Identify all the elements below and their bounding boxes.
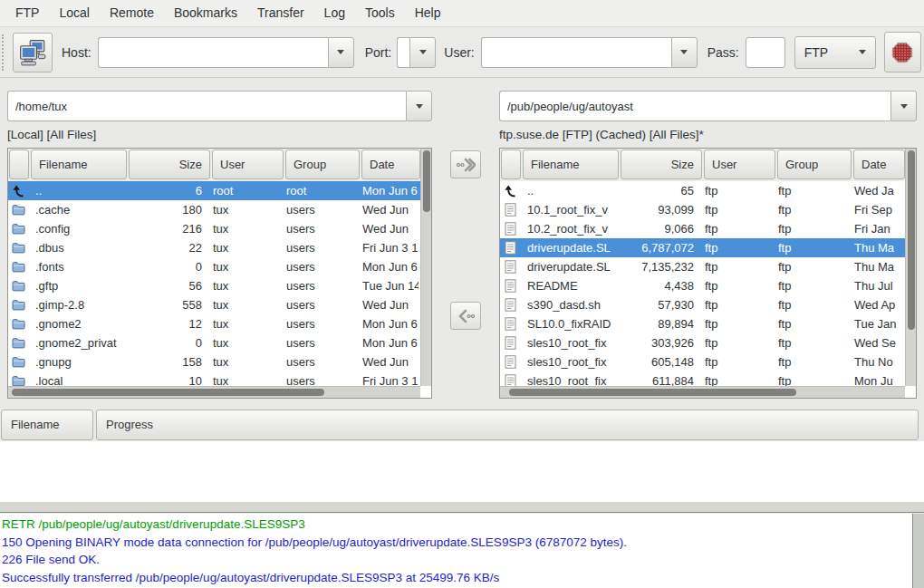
menu-item-remote[interactable]: Remote (100, 0, 164, 26)
local-sort-column-header[interactable] (9, 149, 29, 179)
remote-column-header-group[interactable]: Group (777, 149, 852, 179)
local-column-headers: Filename Size User Group Date (8, 149, 420, 181)
port-input[interactable] (397, 37, 409, 68)
file-date: Mon Jun 6 (361, 333, 419, 352)
table-row[interactable]: sles10_root_fix 303,926 ftp ftp Wed Se (500, 333, 905, 352)
table-row[interactable]: .gnome2 12 tux users Mon Jun 6 (8, 314, 420, 333)
remote-column-header-user[interactable]: User (704, 149, 775, 179)
table-row[interactable]: .dbus 22 tux users Fri Jun 3 1 (8, 238, 420, 257)
log-scrollbar[interactable] (912, 514, 924, 588)
chevron-down-icon (859, 50, 866, 54)
queue-column-header-progress[interactable]: Progress (96, 410, 919, 440)
table-row[interactable]: README 4,438 ftp ftp Thu Jul (500, 276, 905, 295)
file-size: 89,894 (620, 314, 701, 333)
toolbar-grip-handle[interactable] (2, 34, 5, 71)
local-vertical-scrollbar[interactable] (420, 149, 431, 386)
menu-item-log[interactable]: Log (314, 0, 355, 26)
scrollbar-thumb[interactable] (908, 150, 915, 330)
remote-path-dropdown-button[interactable] (890, 91, 917, 121)
remote-sort-column-header[interactable] (501, 149, 521, 179)
menu-item-local[interactable]: Local (49, 0, 99, 26)
table-row[interactable]: .fonts 0 tux users Mon Jun 6 (8, 257, 420, 276)
table-row[interactable]: .gnome2_privat 0 tux users Mon Jun 6 (8, 333, 420, 352)
pass-input[interactable] (746, 37, 785, 68)
user-dropdown-button[interactable] (671, 37, 698, 68)
scrollbar-thumb[interactable] (509, 389, 796, 396)
protocol-select[interactable]: FTP (794, 36, 876, 69)
connect-button[interactable] (13, 33, 53, 72)
folder-icon (12, 375, 25, 386)
file-date: Fri Jun 3 1 (361, 238, 419, 257)
file-group: users (284, 295, 359, 314)
local-horizontal-scrollbar[interactable] (8, 386, 420, 398)
local-column-header-date[interactable]: Date (361, 149, 420, 179)
remote-column-header-date[interactable]: Date (853, 149, 905, 179)
transfer-to-local-button[interactable] (450, 302, 481, 330)
menu-item-ftp[interactable]: FTP (5, 0, 49, 26)
stop-button[interactable] (884, 32, 921, 72)
file-name: 10.2_root_fix_v (522, 219, 618, 238)
file-size: 22 (128, 238, 209, 257)
table-row[interactable]: .local 10 tux users Fri Jun 3 1 (8, 371, 420, 386)
table-row[interactable]: .. 6 root root Mon Jun 6 (8, 181, 420, 200)
transfer-queue-list[interactable] (0, 441, 924, 502)
table-row[interactable]: 10.2_root_fix_v 9,066 ftp ftp Fri Jan (500, 219, 905, 238)
file-name: .gimp-2.8 (30, 295, 126, 314)
file-icon (505, 374, 516, 386)
local-column-header-size[interactable]: Size (129, 149, 210, 179)
local-column-header-filename[interactable]: Filename (31, 149, 127, 179)
table-row[interactable]: .gimp-2.8 558 tux users Wed Jun (8, 295, 420, 314)
table-row[interactable]: .cache 180 tux users Wed Jun (8, 200, 420, 219)
host-dropdown-button[interactable] (328, 37, 354, 68)
table-row[interactable]: SL10.0_fixRAID 89,894 ftp ftp Tue Jan (500, 314, 905, 333)
menu-bar: FTP Local Remote Bookmarks Transfer Log … (0, 0, 924, 27)
table-row[interactable]: driverupdate.SL 7,135,232 ftp ftp Thu Ma (500, 257, 905, 276)
file-group: users (284, 257, 359, 276)
protocol-value: FTP (804, 45, 828, 60)
scrollbar-thumb[interactable] (12, 389, 324, 396)
user-input[interactable] (481, 37, 671, 68)
table-row[interactable]: .gftp 56 tux users Tue Jun 14 (8, 276, 420, 295)
queue-column-header-filename[interactable]: Filename (1, 410, 93, 440)
menu-item-help[interactable]: Help (405, 0, 451, 26)
file-name: .config (30, 219, 126, 238)
host-input[interactable] (98, 37, 328, 68)
file-user: ftp (703, 238, 775, 257)
menu-item-transfer[interactable]: Transfer (247, 0, 314, 26)
remote-path-input[interactable] (499, 91, 890, 121)
file-user: ftp (703, 333, 775, 352)
file-group: ftp (776, 352, 851, 371)
table-row[interactable]: .gnupg 158 tux users Wed Jun (8, 352, 420, 371)
table-row[interactable]: .config 216 tux users Wed Jun (8, 219, 420, 238)
transfer-to-remote-button[interactable] (450, 150, 481, 178)
table-row[interactable]: sles10_root_fix 605,148 ftp ftp Thu No (500, 352, 905, 371)
file-icon (505, 336, 516, 350)
host-combo (98, 37, 354, 68)
file-date: Mon Jun 6 (361, 314, 419, 333)
port-dropdown-button[interactable] (409, 37, 436, 68)
table-row[interactable]: .. 65 ftp ftp Wed Ja (500, 181, 905, 200)
file-date: Wed Jun (361, 295, 419, 314)
local-path-input[interactable] (7, 91, 406, 121)
remote-vertical-scrollbar[interactable] (905, 149, 916, 386)
table-row[interactable]: s390_dasd.sh 57,930 ftp ftp Wed Ap (500, 295, 905, 314)
file-user: tux (211, 276, 283, 295)
file-user: tux (211, 238, 283, 257)
table-row[interactable]: driverupdate.SL 6,787,072 ftp ftp Thu Ma (500, 238, 905, 257)
scrollbar-thumb[interactable] (423, 150, 430, 212)
remote-column-header-filename[interactable]: Filename (523, 149, 619, 179)
pane-splitter-handle[interactable] (0, 502, 924, 513)
folder-icon (12, 204, 25, 216)
table-row[interactable]: sles10_root_fix 611,884 ftp ftp Mon Ju (500, 371, 905, 386)
remote-column-header-size[interactable]: Size (621, 149, 702, 179)
local-column-header-group[interactable]: Group (285, 149, 360, 179)
local-path-dropdown-button[interactable] (406, 91, 432, 121)
remote-horizontal-scrollbar[interactable] (500, 386, 905, 398)
table-row[interactable]: 10.1_root_fix_v 93,099 ftp ftp Fri Sep (500, 200, 905, 219)
file-size: 93,099 (620, 200, 701, 219)
menu-item-tools[interactable]: Tools (355, 0, 405, 26)
arrow-right-icon (456, 158, 476, 172)
local-column-header-user[interactable]: User (212, 149, 284, 179)
file-group: ftp (776, 200, 851, 219)
menu-item-bookmarks[interactable]: Bookmarks (164, 0, 247, 26)
